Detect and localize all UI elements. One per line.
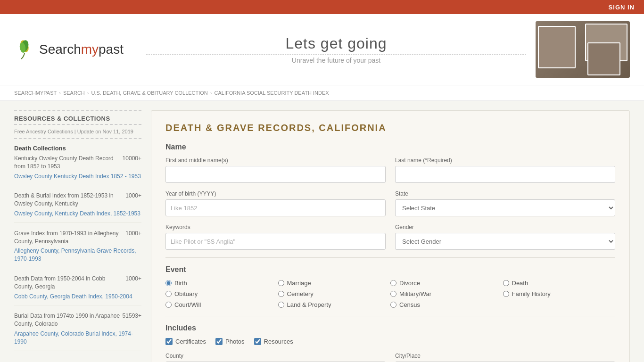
photo-collage xyxy=(536,21,630,78)
sidebar-item-link[interactable]: Allegheny County, Pennsylvania Grave Rec… xyxy=(14,247,141,263)
event-cemetery[interactable]: Cemetery xyxy=(278,290,391,297)
event-land[interactable]: Land & Property xyxy=(278,301,391,308)
county-field: County xyxy=(165,353,386,362)
sidebar-item-desc: 10000+ Kentucky Owsley County Death Reco… xyxy=(14,155,141,171)
keywords-label: Keywords xyxy=(165,224,386,230)
certificates-label: Certificates xyxy=(175,338,206,345)
main-content: RESOURCES & COLLECTIONS Free Ancestry Co… xyxy=(0,101,644,362)
first-name-input[interactable] xyxy=(165,166,386,183)
sidebar-item-count: 1000+ xyxy=(125,192,141,200)
sidebar-item-desc: 1000+ Death Data from 1950-2004 in Cobb … xyxy=(14,275,141,291)
logo-icon xyxy=(14,39,35,60)
gender-label: Gender xyxy=(395,224,615,230)
event-birth-radio[interactable] xyxy=(165,280,172,286)
year-input[interactable] xyxy=(165,199,386,216)
state-group: State Select State Alabama Alaska Arizon… xyxy=(395,190,615,216)
list-item: 51593+ Burial Data from 1974to 1990 in A… xyxy=(14,312,141,351)
event-death-radio[interactable] xyxy=(503,280,509,286)
sidebar-section-title: RESOURCES & COLLECTIONS xyxy=(14,110,141,125)
event-court[interactable]: Court/Will xyxy=(165,301,278,308)
event-obituary[interactable]: Obituary xyxy=(165,290,278,297)
sidebar-item-desc: 1000+ Death & Burial Index from 1852-195… xyxy=(14,192,141,208)
includes-section: Includes Certificates Photos Resources xyxy=(165,324,615,345)
event-divorce[interactable]: Divorce xyxy=(390,280,503,287)
event-military-label: Military/War xyxy=(399,290,431,297)
last-name-group: Last name (*Required) xyxy=(395,157,615,183)
event-military-radio[interactable] xyxy=(390,291,396,297)
breadcrumb: SEARCHMYPAST › SEARCH › U.S. DEATH, GRAV… xyxy=(0,85,644,101)
list-item: 10000+ Kentucky Owsley County Death Reco… xyxy=(14,155,141,185)
keywords-input[interactable] xyxy=(165,233,386,250)
gender-select[interactable]: Select Gender Male Female xyxy=(395,233,615,250)
includes-row: Certificates Photos Resources xyxy=(165,338,615,345)
resources-label: Resources xyxy=(264,338,293,345)
event-land-radio[interactable] xyxy=(278,302,284,308)
header-tagline: Lets get going Unravel the future of you… xyxy=(146,35,526,64)
event-census-radio[interactable] xyxy=(390,302,396,308)
event-obituary-label: Obituary xyxy=(174,290,198,297)
sidebar-item-link[interactable]: Owsley County Kentucky Death Index 1852 … xyxy=(14,173,141,181)
event-marriage-radio[interactable] xyxy=(278,280,284,286)
event-birth-label: Birth xyxy=(174,280,187,287)
include-resources[interactable]: Resources xyxy=(254,338,293,345)
year-group: Year of birth (YYYY) xyxy=(165,190,386,216)
breadcrumb-search[interactable]: SEARCH xyxy=(63,90,85,96)
sidebar-item-count: 10000+ xyxy=(123,155,141,163)
event-birth[interactable]: Birth xyxy=(165,280,278,287)
breadcrumb-searchmypast[interactable]: SEARCHMYPAST xyxy=(14,90,57,96)
include-certificates[interactable]: Certificates xyxy=(165,338,206,345)
city-field: City/Place xyxy=(395,353,615,362)
resources-checkbox[interactable] xyxy=(254,338,261,345)
top-bar: SIGN IN xyxy=(0,0,644,14)
keywords-group: Keywords xyxy=(165,224,386,250)
event-marriage[interactable]: Marriage xyxy=(278,280,391,287)
include-photos[interactable]: Photos xyxy=(215,338,244,345)
list-item: 1000+ Death Data from 1950-2004 in Cobb … xyxy=(14,275,141,305)
event-cemetery-label: Cemetery xyxy=(287,290,314,297)
form-panel: DEATH & GRAVE RECORDS, CALIFORNIA Name F… xyxy=(151,110,630,362)
event-section: Event Birth Marriage Divorce Death xyxy=(165,265,615,308)
first-name-group: First and middle name(s) xyxy=(165,157,386,183)
sidebar-category: Death Collections xyxy=(14,145,141,152)
sidebar: RESOURCES & COLLECTIONS Free Ancestry Co… xyxy=(14,110,141,362)
header: Searchmypast Lets get going Unravel the … xyxy=(0,14,644,85)
event-family-radio[interactable] xyxy=(503,291,509,297)
sidebar-item-link[interactable]: Arapahoe County, Colorado Burial Index, … xyxy=(14,330,141,346)
event-obituary-radio[interactable] xyxy=(165,291,172,297)
sidebar-subtitle: Free Ancestry Collections | Update on No… xyxy=(14,129,141,139)
sidebar-item-link[interactable]: Owsley County, Kentucky Death Index, 185… xyxy=(14,210,141,218)
event-cemetery-radio[interactable] xyxy=(278,291,284,297)
sign-in-link[interactable]: SIGN IN xyxy=(609,4,635,11)
event-section-label: Event xyxy=(165,265,615,274)
includes-label: Includes xyxy=(165,324,615,332)
sidebar-item-desc: 51593+ Burial Data from 1974to 1990 in A… xyxy=(14,312,141,328)
certificates-checkbox[interactable] xyxy=(165,338,173,345)
state-select[interactable]: Select State Alabama Alaska Arizona Arka… xyxy=(395,199,615,216)
event-military[interactable]: Military/War xyxy=(390,290,503,297)
photo-1 xyxy=(538,26,576,68)
sidebar-item-count: 1000+ xyxy=(125,230,141,238)
event-court-label: Court/Will xyxy=(174,301,201,308)
last-name-input[interactable] xyxy=(395,166,615,183)
event-family-history[interactable]: Family History xyxy=(503,290,616,297)
name-row: First and middle name(s) Last name (*Req… xyxy=(165,157,615,183)
sidebar-item-count: 1000+ xyxy=(125,275,141,283)
event-divorce-radio[interactable] xyxy=(390,280,396,286)
county-label: County xyxy=(165,353,386,359)
event-divorce-label: Divorce xyxy=(399,280,420,287)
header-photos xyxy=(526,21,630,78)
list-item: 1000+ Death & Burial Index from 1852-195… xyxy=(14,192,141,222)
tagline-heading: Lets get going xyxy=(146,35,526,52)
breadcrumb-collection[interactable]: U.S. DEATH, GRAVE & OBITUARY COLLECTION xyxy=(91,90,207,96)
event-census-label: Census xyxy=(399,301,420,308)
event-court-radio[interactable] xyxy=(165,302,172,308)
event-census[interactable]: Census xyxy=(390,301,503,308)
year-label: Year of birth (YYYY) xyxy=(165,190,386,197)
year-state-row: Year of birth (YYYY) State Select State … xyxy=(165,190,615,216)
photos-label: Photos xyxy=(225,338,244,345)
tagline-subtext: Unravel the future of your past xyxy=(146,54,526,64)
keywords-gender-row: Keywords Gender Select Gender Male Femal… xyxy=(165,224,615,250)
event-death[interactable]: Death xyxy=(503,280,616,287)
sidebar-item-link[interactable]: Cobb County, Georgia Death Index, 1950-2… xyxy=(14,293,141,301)
photos-checkbox[interactable] xyxy=(215,338,223,345)
